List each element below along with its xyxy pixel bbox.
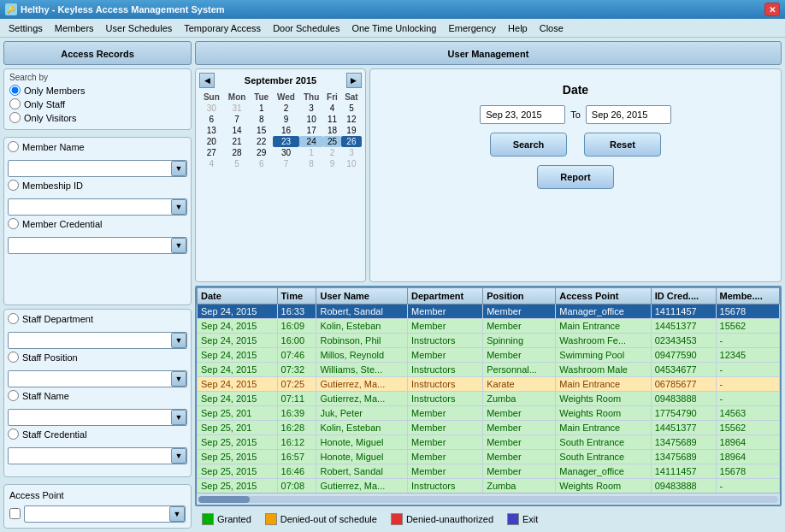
to-date-input[interactable] <box>586 105 671 124</box>
table-wrapper[interactable]: DateTimeUser NameDepartmentPositionAcces… <box>197 287 780 493</box>
staff-name-input-wrapper[interactable]: ▼ <box>8 409 187 426</box>
staff-name-radio[interactable] <box>8 390 19 401</box>
table-row[interactable]: Sep 25, 20116:28Kolin, EstebanMemberMemb… <box>198 421 780 435</box>
calendar-day[interactable]: 30 <box>199 103 224 114</box>
calendar-day[interactable]: 10 <box>299 114 323 125</box>
calendar-day[interactable]: 31 <box>224 103 251 114</box>
scrollbar-track[interactable] <box>198 496 778 503</box>
calendar-day[interactable]: 8 <box>251 114 273 125</box>
staff-pos-search-btn[interactable]: ▼ <box>171 371 186 387</box>
calendar-day[interactable]: 28 <box>224 147 251 158</box>
member-credential-input[interactable] <box>9 239 171 251</box>
member-name-radio[interactable] <box>8 141 19 152</box>
calendar-day[interactable]: 27 <box>199 147 224 158</box>
table-row[interactable]: Sep 24, 201516:00Robinson, PhilInstructo… <box>198 334 780 348</box>
member-credential-search-btn[interactable]: ▼ <box>171 238 186 253</box>
member-credential-input-wrapper[interactable]: ▼ <box>8 237 187 254</box>
calendar-day[interactable]: 21 <box>224 136 251 147</box>
staff-pos-input-wrapper[interactable]: ▼ <box>8 370 187 387</box>
calendar-day[interactable]: 30 <box>273 147 299 158</box>
radio-only-visitors[interactable]: Only Visitors <box>9 112 186 123</box>
membership-id-input[interactable] <box>9 201 171 213</box>
scrollbar-thumb[interactable] <box>198 496 250 503</box>
calendar-day[interactable]: 16 <box>273 125 299 136</box>
reset-button[interactable]: Reset <box>584 133 661 157</box>
menu-members[interactable]: Members <box>50 21 99 35</box>
staff-dept-search-btn[interactable]: ▼ <box>171 333 186 348</box>
access-point-checkbox[interactable] <box>9 508 21 519</box>
calendar-day[interactable]: 6 <box>199 114 224 125</box>
member-name-search-btn[interactable]: ▼ <box>171 161 186 176</box>
horizontal-scrollbar[interactable] <box>197 493 780 505</box>
calendar-day[interactable]: 7 <box>273 158 299 169</box>
calendar-day[interactable]: 19 <box>341 125 362 136</box>
close-window-button[interactable]: ✕ <box>764 3 780 16</box>
staff-credential-radio[interactable] <box>8 429 19 440</box>
calendar-day[interactable]: 1 <box>299 147 323 158</box>
table-row[interactable]: Sep 24, 201507:25Gutierrez, Ma...Instruc… <box>198 377 780 392</box>
calendar-day[interactable]: 11 <box>323 114 341 125</box>
membership-id-radio[interactable] <box>8 180 19 191</box>
calendar-day[interactable]: 2 <box>323 147 341 158</box>
table-row[interactable]: Sep 25, 201516:12Honote, MiguelMemberMem… <box>198 435 780 450</box>
table-row[interactable]: Sep 24, 201507:46Millos, ReynoldMemberMe… <box>198 348 780 363</box>
calendar-day[interactable]: 26 <box>341 136 362 147</box>
calendar-day[interactable]: 4 <box>199 158 224 169</box>
calendar-day[interactable]: 20 <box>199 136 224 147</box>
calendar-day[interactable]: 5 <box>341 103 362 114</box>
access-point-input-wrapper[interactable]: ▼ <box>24 505 186 523</box>
calendar-day[interactable]: 9 <box>323 158 341 169</box>
staff-name-input[interactable] <box>9 411 171 423</box>
menu-temporary-access[interactable]: Temporary Access <box>179 21 266 35</box>
calendar-day[interactable]: 2 <box>273 103 299 114</box>
calendar-day[interactable]: 14 <box>224 125 251 136</box>
member-credential-radio[interactable] <box>8 218 19 229</box>
calendar-day[interactable]: 10 <box>341 158 362 169</box>
radio-only-staff[interactable]: Only Staff <box>9 98 186 109</box>
calendar-day[interactable]: 12 <box>341 114 362 125</box>
staff-pos-input[interactable] <box>9 373 171 385</box>
menu-close[interactable]: Close <box>534 21 569 35</box>
calendar-day[interactable]: 25 <box>323 136 341 147</box>
staff-credential-search-btn[interactable]: ▼ <box>171 448 186 464</box>
staff-dept-radio[interactable] <box>8 313 19 324</box>
table-row[interactable]: Sep 25, 20116:39Juk, PeterMemberMemberWe… <box>198 406 780 421</box>
member-name-input[interactable] <box>9 163 171 174</box>
membership-id-search-btn[interactable]: ▼ <box>171 199 186 215</box>
calendar-day[interactable]: 8 <box>299 158 323 169</box>
calendar-day[interactable]: 13 <box>199 125 224 136</box>
calendar-day[interactable]: 9 <box>273 114 299 125</box>
membership-id-input-wrapper[interactable]: ▼ <box>8 198 187 216</box>
table-row[interactable]: Sep 24, 201507:11Gutierrez, Ma...Instruc… <box>198 392 780 406</box>
report-button[interactable]: Report <box>537 165 614 189</box>
calendar-day[interactable]: 22 <box>251 136 273 147</box>
from-date-input[interactable] <box>480 105 565 124</box>
calendar-day[interactable]: 3 <box>299 103 323 114</box>
staff-credential-input-wrapper[interactable]: ▼ <box>8 447 187 464</box>
calendar-day[interactable]: 6 <box>251 158 273 169</box>
menu-help[interactable]: Help <box>503 21 533 35</box>
search-button[interactable]: Search <box>490 133 567 157</box>
calendar-day[interactable]: 24 <box>299 136 323 147</box>
staff-dept-input[interactable] <box>9 334 171 346</box>
access-point-input[interactable] <box>25 508 169 520</box>
member-name-input-wrapper[interactable]: ▼ <box>8 160 187 177</box>
calendar-day[interactable]: 29 <box>251 147 273 158</box>
calendar-day[interactable]: 7 <box>224 114 251 125</box>
calendar-day[interactable]: 23 <box>273 136 299 147</box>
table-row[interactable]: Sep 24, 201516:33Robert, SandalMemberMem… <box>198 304 780 319</box>
cal-next-btn[interactable]: ▶ <box>346 73 362 88</box>
calendar-day[interactable]: 17 <box>299 125 323 136</box>
table-row[interactable]: Sep 24, 201516:09Kolin, EstebanMemberMem… <box>198 319 780 334</box>
table-row[interactable]: Sep 25, 201507:08Gutierrez, Ma...Instruc… <box>198 479 780 494</box>
table-row[interactable]: Sep 24, 201507:32Williams, Ste...Instruc… <box>198 363 780 377</box>
calendar-day[interactable]: 5 <box>224 158 251 169</box>
calendar-day[interactable]: 18 <box>323 125 341 136</box>
calendar-day[interactable]: 15 <box>251 125 273 136</box>
menu-door-schedules[interactable]: Door Schedules <box>268 21 345 35</box>
access-point-search-btn[interactable]: ▼ <box>169 506 185 522</box>
staff-credential-input[interactable] <box>9 450 171 462</box>
table-row[interactable]: Sep 25, 201516:46Robert, SandalMemberMem… <box>198 464 780 479</box>
staff-name-search-btn[interactable]: ▼ <box>171 410 186 425</box>
menu-settings[interactable]: Settings <box>3 21 48 35</box>
